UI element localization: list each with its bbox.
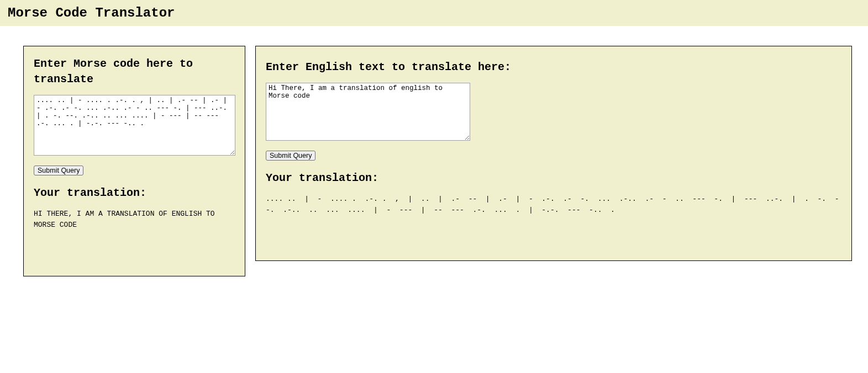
morse-input-textarea[interactable] <box>34 95 235 156</box>
english-translation-heading: Your translation: <box>266 170 841 186</box>
main-container: Enter Morse code here to translate Submi… <box>0 26 868 276</box>
english-submit-button[interactable]: Submit Query <box>266 151 315 161</box>
morse-translation-heading: Your translation: <box>34 185 235 201</box>
page-title: Morse Code Translator <box>8 6 860 20</box>
morse-to-english-panel: Enter Morse code here to translate Submi… <box>23 46 245 276</box>
english-input-textarea[interactable] <box>266 83 470 141</box>
morse-translation-output: HI THERE, I AM A TRANSLATION OF ENGLISH … <box>34 209 235 230</box>
english-input-heading: Enter English text to translate here: <box>266 60 841 75</box>
english-translation-output: .... .. | - .... . .-. . , | .. | .- -- … <box>266 194 841 215</box>
morse-submit-button[interactable]: Submit Query <box>34 166 83 175</box>
morse-input-heading: Enter Morse code here to translate <box>34 56 235 87</box>
header-bar: Morse Code Translator <box>0 0 868 26</box>
english-to-morse-panel: Enter English text to translate here: Su… <box>255 46 852 261</box>
